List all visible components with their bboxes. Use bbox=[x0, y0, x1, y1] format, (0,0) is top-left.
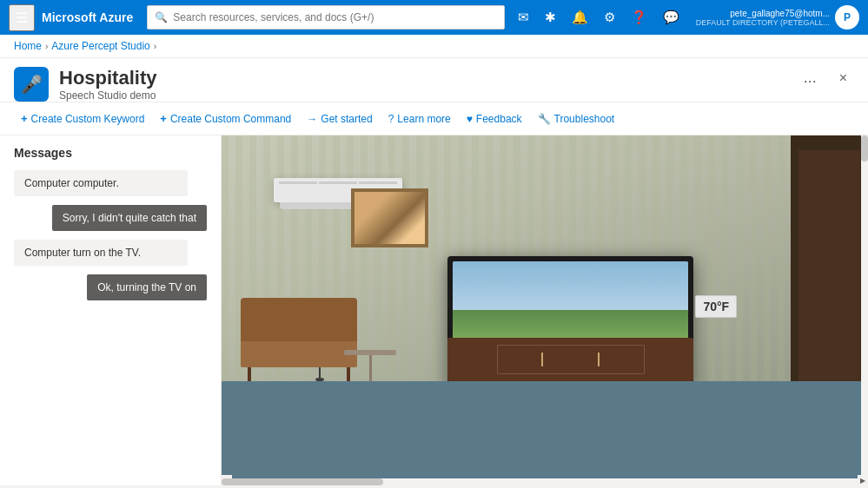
message-text-1: Computer computer. bbox=[24, 177, 119, 189]
hotel-room: Monday, May 18th ☀ 62°F 70°F bbox=[222, 135, 868, 485]
floor bbox=[222, 381, 868, 486]
list-item: Computer computer. bbox=[14, 170, 188, 196]
messages-header: Messages bbox=[0, 135, 221, 167]
arrow-icon: → bbox=[307, 113, 317, 125]
help-icon[interactable]: ❓ bbox=[625, 6, 653, 29]
vscrollbar[interactable] bbox=[861, 135, 868, 485]
topbar: ☰ Microsoft Azure 🔍 ✉ ✱ 🔔 ⚙ ❓ 💬 pete_gal… bbox=[0, 0, 868, 35]
message-text-2: Sorry, I didn't quite catch that bbox=[63, 212, 196, 224]
hscrollbar-thumb[interactable] bbox=[222, 478, 383, 485]
page-title: Hospitality bbox=[59, 67, 788, 89]
message-text-3: Computer turn on the TV. bbox=[24, 247, 141, 259]
ac-vent bbox=[359, 181, 397, 184]
chair-legs bbox=[241, 367, 357, 381]
more-options-button[interactable]: ... bbox=[798, 67, 822, 89]
notifications-icon[interactable]: ✉ bbox=[512, 6, 535, 29]
page-subtitle: Speech Studio demo bbox=[59, 89, 788, 102]
create-command-button[interactable]: + Create Custom Command bbox=[153, 108, 298, 129]
page-header: 🎤 Hospitality Speech Studio demo ... × bbox=[0, 58, 868, 102]
create-keyword-label: Create Custom Keyword bbox=[31, 113, 145, 125]
cloud-shell-icon[interactable]: ✱ bbox=[539, 6, 562, 29]
search-box[interactable]: 🔍 bbox=[147, 5, 505, 30]
ac-vent bbox=[319, 181, 357, 184]
scroll-right-button[interactable]: ▶ bbox=[858, 475, 868, 485]
toolbar: + Create Custom Keyword + Create Custom … bbox=[0, 102, 868, 135]
dresser-handle-left bbox=[541, 353, 543, 366]
troubleshoot-label: Troubleshoot bbox=[554, 113, 615, 125]
heart-icon: ♥ bbox=[467, 113, 473, 125]
bell-icon[interactable]: 🔔 bbox=[566, 6, 594, 29]
avatar[interactable]: P bbox=[835, 5, 859, 30]
breadcrumb-app[interactable]: Azure Percept Studio bbox=[51, 40, 149, 52]
hamburger-menu[interactable]: ☰ bbox=[9, 4, 35, 31]
door-frame bbox=[791, 135, 868, 415]
get-started-button[interactable]: → Get started bbox=[300, 109, 379, 129]
header-text: Hospitality Speech Studio demo bbox=[59, 67, 788, 102]
armchair bbox=[241, 298, 357, 381]
messages-panel: Messages Computer computer. Sorry, I did… bbox=[0, 135, 222, 485]
vscrollbar-thumb[interactable] bbox=[861, 135, 868, 162]
side-table-leg bbox=[369, 355, 372, 381]
chair-seat bbox=[241, 341, 357, 367]
app-icon: 🎤 bbox=[14, 67, 49, 102]
search-icon: 🔍 bbox=[155, 11, 168, 23]
azure-logo: Microsoft Azure bbox=[42, 10, 133, 24]
ac-vent bbox=[279, 181, 317, 184]
breadcrumb-sep-1: › bbox=[45, 42, 48, 51]
breadcrumb: Home › Azure Percept Studio › bbox=[0, 35, 868, 58]
dresser-handle-right bbox=[598, 353, 600, 366]
user-name: pete_gallaghe75@hotm... bbox=[696, 9, 830, 18]
wall-art bbox=[351, 188, 428, 247]
art-content bbox=[354, 192, 425, 244]
get-started-label: Get started bbox=[321, 113, 372, 125]
settings-icon[interactable]: ⚙ bbox=[598, 6, 621, 29]
close-button[interactable]: × bbox=[832, 67, 854, 89]
main-content: Messages Computer computer. Sorry, I did… bbox=[0, 135, 868, 485]
side-table bbox=[344, 350, 396, 381]
list-item: Computer turn on the TV. bbox=[14, 240, 188, 266]
wrench-icon: 🔧 bbox=[538, 113, 551, 125]
dresser bbox=[447, 338, 693, 381]
temp-display: 70°F bbox=[695, 295, 737, 318]
create-command-label: Create Custom Command bbox=[170, 113, 291, 125]
feedback-label: Feedback bbox=[476, 113, 522, 125]
question-icon: ? bbox=[388, 113, 394, 125]
topbar-icons: ✉ ✱ 🔔 ⚙ ❓ 💬 bbox=[512, 6, 686, 29]
plus-icon-2: + bbox=[160, 112, 167, 125]
messages-list: Computer computer. Sorry, I didn't quite… bbox=[0, 167, 221, 314]
visual-panel: Monday, May 18th ☀ 62°F 70°F bbox=[222, 135, 868, 485]
breadcrumb-home[interactable]: Home bbox=[14, 40, 42, 52]
search-input[interactable] bbox=[173, 11, 497, 23]
learn-more-label: Learn more bbox=[397, 113, 450, 125]
message-text-4: Ok, turning the TV on bbox=[97, 281, 196, 293]
art-frame bbox=[351, 188, 428, 247]
hscrollbar-track[interactable]: ◀ ▶ bbox=[222, 478, 868, 485]
user-info: pete_gallaghe75@hotm... DEFAULT DIRECTOR… bbox=[696, 5, 859, 30]
feedback-button[interactable]: ♥ Feedback bbox=[460, 109, 529, 129]
plus-icon: + bbox=[21, 112, 28, 125]
feedback-icon[interactable]: 💬 bbox=[657, 6, 686, 29]
list-item: Sorry, I didn't quite catch that bbox=[52, 205, 207, 231]
tv-sky bbox=[453, 261, 688, 316]
ac-vents bbox=[274, 178, 403, 188]
breadcrumb-sep-2: › bbox=[154, 42, 156, 51]
create-keyword-button[interactable]: + Create Custom Keyword bbox=[14, 108, 151, 129]
door-inner bbox=[798, 150, 860, 416]
learn-more-button[interactable]: ? Learn more bbox=[381, 109, 458, 129]
list-item: Ok, turning the TV on bbox=[87, 274, 207, 300]
troubleshoot-button[interactable]: 🔧 Troubleshoot bbox=[531, 109, 622, 129]
user-dir: DEFAULT DIRECTORY (PETEGALL... bbox=[696, 18, 830, 27]
chair-back bbox=[241, 298, 357, 341]
dresser-drawer bbox=[497, 345, 645, 374]
chair-leg bbox=[248, 367, 251, 381]
microphone-icon: 🎤 bbox=[21, 74, 43, 95]
